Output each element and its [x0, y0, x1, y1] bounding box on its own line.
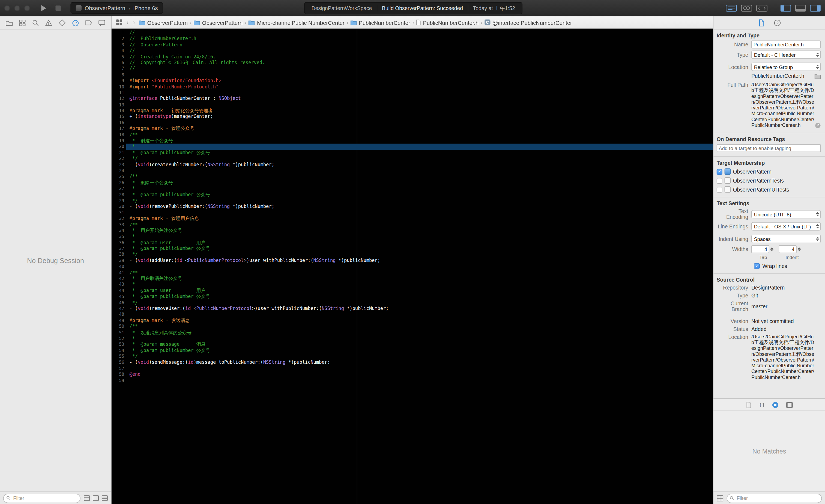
- tab-debug-navigator[interactable]: [71, 18, 79, 26]
- tab-file-template-library[interactable]: [746, 402, 752, 408]
- code-line[interactable]: 56- (void)sendMessage:(id)message toPubl…: [111, 360, 713, 366]
- toggle-navigator-panel-button[interactable]: [780, 4, 792, 12]
- code-line[interactable]: 26 * 删除一个公众号: [111, 180, 713, 186]
- library-filter-input[interactable]: [736, 495, 819, 502]
- code-line[interactable]: 42 * 用户取消关注公众号: [111, 276, 713, 282]
- code-line[interactable]: 33/**: [111, 222, 713, 228]
- line-endings-dropdown[interactable]: Default - OS X / Unix (LF): [751, 222, 821, 231]
- tab-symbol-navigator[interactable]: [18, 18, 26, 26]
- code-line[interactable]: 21 * @param publicNumber 公众号: [111, 150, 713, 156]
- code-line[interactable]: 5// Created by Cain on 24/8/16.: [111, 54, 713, 60]
- code-line[interactable]: 51 * 发送消息到具体的公众号: [111, 330, 713, 336]
- target-checkbox[interactable]: [717, 169, 723, 174]
- target-checkbox[interactable]: [717, 187, 723, 192]
- close-window-button[interactable]: [4, 5, 10, 11]
- tab-media-library[interactable]: [786, 402, 793, 408]
- library-filter-field[interactable]: [727, 493, 822, 503]
- code-line[interactable]: 58@end: [111, 372, 713, 378]
- code-line[interactable]: 2// PublicNumberCenter.h: [111, 36, 713, 42]
- tab-project-navigator[interactable]: [5, 18, 13, 26]
- code-line[interactable]: 23- (void)createPublicNumber:(NSString *…: [111, 162, 713, 168]
- assistant-editor-button[interactable]: [741, 4, 752, 12]
- code-line[interactable]: 57: [111, 366, 713, 372]
- code-line[interactable]: 39- (void)addUser:(id <PublicNumberProto…: [111, 258, 713, 264]
- code-line[interactable]: 41/**: [111, 270, 713, 276]
- code-line[interactable]: 22 */: [111, 156, 713, 162]
- code-line[interactable]: 27 *: [111, 186, 713, 192]
- code-line[interactable]: 19 * 创建一个公众号: [111, 138, 713, 144]
- code-line[interactable]: 13: [111, 102, 713, 108]
- reveal-path-arrow-button[interactable]: [815, 123, 821, 128]
- code-line[interactable]: 10#import "PublicNumberProtocol.h": [111, 84, 713, 90]
- code-line[interactable]: 44 * @param user 用户: [111, 288, 713, 294]
- code-line[interactable]: 38 */: [111, 252, 713, 258]
- related-items-icon[interactable]: [116, 19, 123, 26]
- tab-test-navigator[interactable]: [58, 18, 66, 26]
- code-line[interactable]: 55 */: [111, 354, 713, 360]
- resource-tags-field[interactable]: [717, 144, 821, 152]
- indent-width-input[interactable]: [778, 245, 797, 253]
- code-line[interactable]: 46 */: [111, 300, 713, 306]
- stepper-arrows-icon[interactable]: [798, 247, 801, 251]
- code-line[interactable]: 24: [111, 168, 713, 174]
- indent-width-stepper[interactable]: [778, 245, 801, 253]
- code-line[interactable]: 48: [111, 312, 713, 317]
- breadcrumb-item[interactable]: PublicNumberCenter.h: [416, 19, 478, 25]
- code-line[interactable]: 52 *: [111, 336, 713, 342]
- code-line[interactable]: 25/**: [111, 174, 713, 180]
- code-line[interactable]: 34 * 用户开始关注公众号: [111, 228, 713, 234]
- toggle-debug-area-button[interactable]: [795, 4, 806, 12]
- go-back-button[interactable]: ‹: [126, 19, 129, 26]
- navigator-filter-input[interactable]: [12, 495, 77, 502]
- code-line[interactable]: 20 *: [111, 144, 713, 150]
- tab-object-library[interactable]: [772, 402, 778, 408]
- code-line[interactable]: 36 * @param user 用户: [111, 240, 713, 246]
- code-line[interactable]: 12@interface PublicNumberCenter : NSObje…: [111, 96, 713, 102]
- breadcrumb-item[interactable]: PublicNumberCenter: [351, 19, 410, 25]
- code-line[interactable]: 17#pragma mark - 管理公众号: [111, 126, 713, 132]
- indent-using-dropdown[interactable]: Spaces: [751, 235, 821, 243]
- breadcrumb-item[interactable]: ObserverPattern: [194, 19, 242, 25]
- view-mode-icon[interactable]: [84, 495, 90, 501]
- code-line[interactable]: 9#import <Foundation/Foundation.h>: [111, 78, 713, 84]
- tab-file-inspector[interactable]: [757, 18, 765, 26]
- breadcrumb-item[interactable]: ObserverPattern: [139, 19, 188, 25]
- breadcrumb-item[interactable]: Micro-channelPublic NumberCenter: [248, 19, 345, 25]
- code-line[interactable]: 6// Copyright © 2016年 Cain. All rights r…: [111, 60, 713, 66]
- tab-find-navigator[interactable]: [32, 18, 40, 26]
- standard-editor-button[interactable]: [726, 4, 737, 12]
- code-line[interactable]: 49#pragma mark - 发送消息: [111, 317, 713, 323]
- code-line[interactable]: 50/**: [111, 323, 713, 330]
- code-line[interactable]: 45 * @param publicNumber 公众号: [111, 294, 713, 300]
- code-line[interactable]: 43 *: [111, 282, 713, 288]
- target-checkbox[interactable]: [717, 177, 723, 184]
- code-line[interactable]: 31: [111, 210, 713, 216]
- scheme-selector[interactable]: ObserverPattern › iPhone 6s: [70, 2, 163, 14]
- tab-quick-help-inspector[interactable]: ?: [773, 18, 781, 26]
- tab-width-input[interactable]: [751, 245, 769, 253]
- tab-issue-navigator[interactable]: [45, 18, 53, 26]
- code-line[interactable]: 37 * @param publicNumber 公众号: [111, 246, 713, 252]
- stepper-arrows-icon[interactable]: [770, 247, 773, 251]
- code-line[interactable]: 30- (void)removePublicNumber:(NSString *…: [111, 204, 713, 210]
- code-line[interactable]: 59: [111, 378, 713, 384]
- file-type-dropdown[interactable]: Default - C Header: [751, 51, 821, 59]
- zoom-window-button[interactable]: [24, 5, 30, 11]
- code-line[interactable]: 7//: [111, 66, 713, 72]
- toggle-utilities-panel-button[interactable]: [810, 4, 821, 12]
- name-field[interactable]: [751, 41, 821, 48]
- minimize-window-button[interactable]: [14, 5, 20, 11]
- navigator-filter-field[interactable]: [3, 493, 80, 503]
- code-line[interactable]: 4//: [111, 48, 713, 54]
- choose-folder-button[interactable]: [814, 73, 821, 79]
- view-mode-icon[interactable]: [92, 495, 99, 501]
- wrap-lines-checkbox[interactable]: [754, 263, 760, 269]
- code-line[interactable]: 47- (void)removeUser:(id <PublicNumberPr…: [111, 306, 713, 312]
- location-dropdown[interactable]: Relative to Group: [751, 63, 821, 71]
- code-line[interactable]: 32#pragma mark - 管理用户信息: [111, 216, 713, 222]
- tab-code-snippet-library[interactable]: { }: [759, 402, 764, 407]
- run-button[interactable]: [41, 4, 47, 11]
- code-line[interactable]: 35 *: [111, 234, 713, 240]
- tab-report-navigator[interactable]: [98, 18, 106, 26]
- code-line[interactable]: 29 */: [111, 198, 713, 204]
